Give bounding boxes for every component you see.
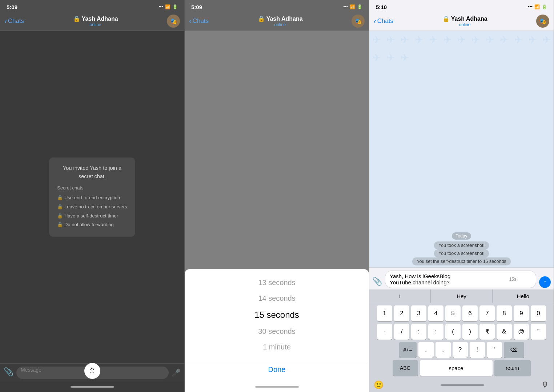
send-button-3[interactable]: ↑	[539, 276, 551, 288]
avatar-emoji-2: 🎭	[354, 18, 362, 25]
message-input-3[interactable]: Yash, How is iGeeksBlogYouTube channel d…	[385, 271, 536, 288]
keyboard-bottom-bar: 🙂 🎙	[369, 378, 554, 392]
sc-item-text-3: 🔒 Have a self-destruct timer	[57, 212, 118, 220]
status-time-2: 5:09	[191, 4, 202, 10]
back-label-2: Chats	[193, 17, 209, 25]
day-label: Today	[373, 232, 550, 239]
key-close-paren[interactable]: )	[462, 324, 478, 340]
timer-button-1[interactable]: ⏱	[84, 363, 100, 379]
kbd-row-numbers: 1 2 3 4 5 6 7 8 9 0	[371, 305, 552, 321]
key-question[interactable]: ?	[453, 342, 468, 358]
avatar-3[interactable]: 🎭	[536, 15, 549, 28]
home-indicator-1	[71, 386, 114, 388]
attach-icon-1[interactable]: 📎	[4, 367, 13, 379]
system-msg-1: You took a screenshot!	[373, 242, 550, 248]
timer-picker-sheet: 13 seconds 14 seconds 15 seconds 30 seco…	[185, 269, 369, 382]
key-slash[interactable]: /	[394, 324, 409, 340]
key-exclaim[interactable]: !	[470, 342, 485, 358]
nav-bar-1: ‹ Chats 🔒 Yash Adhana online 🎭	[0, 12, 184, 31]
bottom-indicator-1	[0, 382, 184, 392]
panel-timer-picker: 5:09 ••• 📶 🔋 ‹ Chats 🔒 Yash Adhana onlin…	[185, 0, 369, 392]
key-space[interactable]: space	[420, 360, 493, 376]
back-button-2[interactable]: ‹ Chats	[189, 17, 209, 25]
key-semicolon[interactable]: ;	[428, 324, 443, 340]
avatar-emoji-1: 🎭	[170, 18, 177, 25]
chat-status-2: online	[258, 22, 303, 27]
sc-item-text-1: 🔒 Use end-to-end encryption	[57, 194, 120, 202]
picker-item-13s[interactable]: 13 seconds	[185, 275, 369, 291]
secret-chat-label: Secret chats:	[57, 184, 127, 192]
suggestion-hey[interactable]: Hey	[431, 289, 492, 303]
kbd-row-sym2: #+= . , ? ! ' ⌫	[371, 342, 552, 358]
picker-items-list: 13 seconds 14 seconds 15 seconds 30 seco…	[185, 269, 369, 361]
bottom-indicator-2	[185, 382, 369, 392]
keyboard-rows: 1 2 3 4 5 6 7 8 9 0 - / : ; ( ) ₹ &	[369, 303, 554, 378]
key-abc[interactable]: ABC	[393, 360, 418, 376]
status-icons-3: ••• 📶 🔋	[528, 4, 547, 9]
home-indicator-3	[441, 384, 484, 386]
attach-icon-3[interactable]: 📎	[372, 277, 382, 288]
suggestion-hello[interactable]: Hello	[493, 289, 554, 303]
sc-item-4: 🔒 Do not allow forwarding	[57, 221, 127, 229]
sc-item-text-4: 🔒 Do not allow forwarding	[57, 221, 113, 229]
key-9[interactable]: 9	[514, 305, 529, 321]
kbd-row-sym1: - / : ; ( ) ₹ & @ "	[371, 324, 552, 340]
chat-name-3: 🔒 Yash Adhana	[442, 15, 487, 22]
system-msg-3: You set the self-destruct timer to 15 se…	[373, 258, 550, 264]
key-2[interactable]: 2	[394, 305, 409, 321]
key-quote[interactable]: "	[531, 324, 546, 340]
status-bar-2: 5:09 ••• 📶 🔋	[185, 0, 369, 12]
key-at[interactable]: @	[514, 324, 529, 340]
back-button-1[interactable]: ‹ Chats	[4, 17, 24, 25]
key-4[interactable]: 4	[428, 305, 443, 321]
wifi-icon-3: 📶	[534, 4, 540, 9]
avatar-2[interactable]: 🎭	[352, 15, 365, 28]
key-comma[interactable]: ,	[435, 342, 451, 358]
suggestion-i[interactable]: I	[369, 289, 431, 303]
key-amp[interactable]: &	[497, 324, 512, 340]
picker-item-1min[interactable]: 1 minute	[185, 339, 369, 355]
picker-item-15s[interactable]: 15 seconds	[185, 306, 369, 324]
messages-area: Today You took a screenshot! You took a …	[373, 35, 550, 264]
chat-name-1: 🔒 Yash Adhana	[73, 15, 118, 22]
emoji-icon[interactable]: 🙂	[374, 380, 384, 390]
chat-body-3: ✈✈ ✈✈ ✈✈ ✈✈ ✈✈ ✈✈ ✈✈ ✈✈ Today You took a…	[369, 31, 554, 267]
key-hash[interactable]: #+=	[399, 342, 417, 358]
mic-icon-3[interactable]: 🎙	[541, 380, 549, 390]
status-bar-3: 5:10 ••• 📶 🔋	[369, 0, 554, 12]
picker-item-14s[interactable]: 14 seconds	[185, 291, 369, 306]
key-open-paren[interactable]: (	[445, 324, 461, 340]
mic-icon-1[interactable]: 🎤	[172, 368, 181, 377]
wifi-icon-2: 📶	[350, 4, 355, 9]
key-7[interactable]: 7	[479, 305, 495, 321]
key-6[interactable]: 6	[462, 305, 478, 321]
key-return[interactable]: return	[494, 360, 531, 376]
keyboard-3: I Hey Hello 1 2 3 4 5 6 7 8 9 0	[369, 289, 554, 392]
key-1[interactable]: 1	[377, 305, 392, 321]
key-dash[interactable]: -	[377, 324, 392, 340]
key-dot[interactable]: .	[418, 342, 434, 358]
key-3[interactable]: 3	[411, 305, 426, 321]
key-apostrophe[interactable]: '	[487, 342, 502, 358]
back-label-3: Chats	[377, 17, 393, 25]
input-text-3: Yash, How is iGeeksBlogYouTube channel d…	[390, 273, 509, 285]
sc-item-text-2: 🔒 Leave no trace on our servers	[57, 203, 127, 211]
secret-chat-title: You invited Yash to join asecret chat.	[57, 164, 127, 181]
avatar-emoji-3: 🎭	[539, 18, 546, 25]
key-8[interactable]: 8	[497, 305, 512, 321]
picker-done-button[interactable]: Done	[185, 361, 369, 378]
picker-item-30s[interactable]: 30 seconds	[185, 324, 369, 339]
chat-header-info-2: 🔒 Yash Adhana online	[258, 15, 303, 27]
status-icons-1: ••• 📶 🔋	[158, 4, 178, 9]
back-button-3[interactable]: ‹ Chats	[374, 17, 393, 25]
key-0[interactable]: 0	[531, 305, 546, 321]
keyboard-suggestions: I Hey Hello	[369, 289, 554, 303]
status-bar-1: 5:09 ••• 📶 🔋	[0, 0, 184, 12]
battery-icon-2: 🔋	[357, 4, 362, 9]
key-colon[interactable]: :	[411, 324, 426, 340]
key-5[interactable]: 5	[445, 305, 461, 321]
input-bar-1: 📎 Message ⏱ 🎤	[0, 363, 184, 382]
avatar-1[interactable]: 🎭	[167, 15, 180, 28]
key-backspace[interactable]: ⌫	[504, 342, 524, 358]
key-rupee[interactable]: ₹	[479, 324, 495, 340]
